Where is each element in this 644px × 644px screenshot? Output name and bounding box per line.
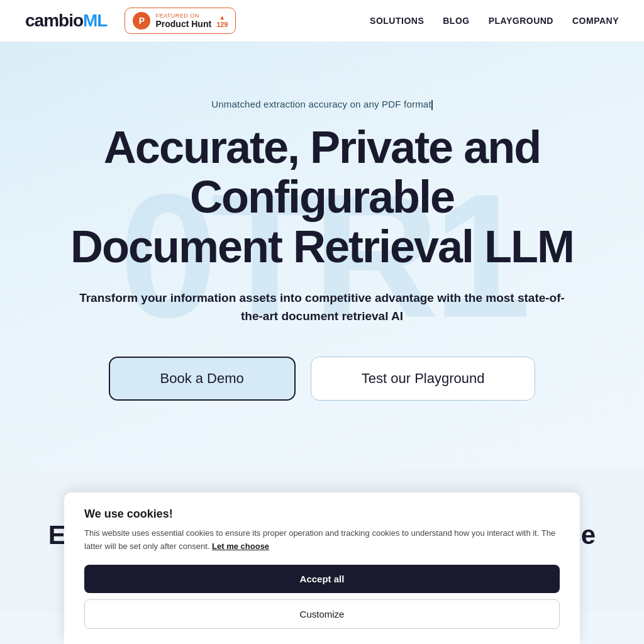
- logo-text-start: cambio: [25, 11, 83, 30]
- product-hunt-name: Product Hunt: [155, 19, 211, 29]
- hero-tagline: Unmatched extraction accuracy on any PDF…: [25, 99, 619, 110]
- navbar: cambioML P FEATURED ON Product Hunt ▲ 12…: [0, 0, 644, 42]
- product-hunt-number: 129: [216, 21, 228, 28]
- cookie-buttons: Accept all Customize: [84, 565, 560, 613]
- accept-all-button[interactable]: Accept all: [84, 565, 560, 593]
- nav-links: SOLUTIONS BLOG PLAYGROUND COMPANY: [370, 15, 619, 26]
- product-hunt-badge[interactable]: P FEATURED ON Product Hunt ▲ 129: [125, 8, 236, 34]
- cookie-body: This website uses essential cookies to e…: [84, 527, 560, 553]
- hero-title-line1: Accurate, Private and Configurable: [104, 122, 540, 222]
- nav-item-company[interactable]: COMPANY: [572, 15, 619, 26]
- cookie-banner: We use cookies! This website uses essent…: [64, 492, 580, 613]
- nav-item-solutions[interactable]: SOLUTIONS: [370, 15, 424, 26]
- customize-button[interactable]: Customize: [84, 599, 560, 613]
- nav-link-playground[interactable]: PLAYGROUND: [489, 16, 553, 26]
- nav-item-playground[interactable]: PLAYGROUND: [489, 15, 553, 26]
- product-hunt-text: FEATURED ON Product Hunt: [155, 13, 211, 29]
- cursor-blink: [431, 100, 433, 110]
- nav-link-blog[interactable]: BLOG: [443, 16, 469, 26]
- hero-content: Unmatched extraction accuracy on any PDF…: [25, 99, 619, 401]
- hero-section: 0TR1 Unmatched extraction accuracy on an…: [0, 42, 644, 470]
- test-playground-button[interactable]: Test our Playground: [311, 357, 536, 401]
- product-hunt-icon: P: [133, 12, 150, 30]
- hero-subtitle: Transform your information assets into c…: [70, 289, 574, 325]
- nav-link-solutions[interactable]: SOLUTIONS: [370, 16, 424, 26]
- product-hunt-featured-label: FEATURED ON: [155, 13, 211, 19]
- product-hunt-count: ▲ 129: [216, 14, 228, 28]
- book-demo-button[interactable]: Book a Demo: [109, 357, 296, 401]
- nav-item-blog[interactable]: BLOG: [443, 15, 469, 26]
- product-hunt-arrow: ▲: [219, 14, 225, 21]
- cookie-let-me-choose-link[interactable]: Let me choose: [212, 541, 269, 551]
- hero-title-line2: Document Retrieval LLM: [70, 221, 574, 272]
- cookie-title: We use cookies!: [84, 508, 560, 521]
- logo: cambioML: [25, 11, 107, 31]
- logo-text-end: ML: [83, 11, 107, 30]
- hero-buttons: Book a Demo Test our Playground: [25, 357, 619, 401]
- nav-link-company[interactable]: COMPANY: [572, 16, 619, 26]
- hero-title: Accurate, Private and Configurable Docum…: [25, 123, 619, 272]
